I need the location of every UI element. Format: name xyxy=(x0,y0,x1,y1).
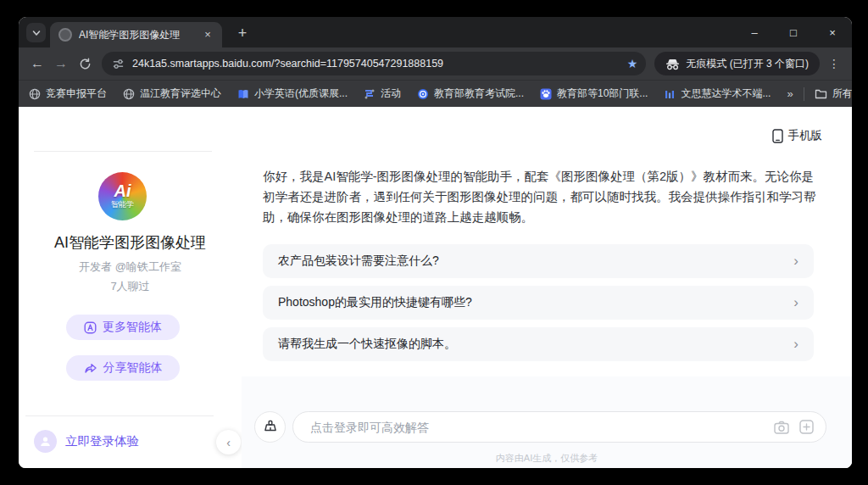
agent-square-icon xyxy=(84,321,97,334)
suggestion-card[interactable]: Photoshop的最实用的快捷键有哪些? › xyxy=(263,286,814,320)
chat-main: 你好，我是AI智能学-图形图像处理的智能助手，配套《图形图像处理（第2版）》教材… xyxy=(242,107,852,468)
bars-icon xyxy=(664,88,676,100)
bookmark-item[interactable]: 教育部教育考试院... xyxy=(417,86,524,101)
camera-icon[interactable] xyxy=(774,421,789,434)
bookmarks-bar: 竞赛申报平台 温江教育评选中心 小学英语(优质课展... 活动 教育部教育考试院… xyxy=(19,80,852,107)
site-settings-icon xyxy=(112,58,125,70)
browser-window: AI智能学图形图像处理 × + – □ × ← → 24k1a5.smartap… xyxy=(19,17,852,468)
book-icon xyxy=(237,88,249,100)
reload-button[interactable] xyxy=(73,52,97,75)
suggestion-text: 请帮我生成一个快速抠像的脚本。 xyxy=(278,337,793,352)
login-link-label: 立即登录体验 xyxy=(65,433,139,449)
bookmark-label: 小学英语(优质课展... xyxy=(254,86,348,101)
minimize-button[interactable]: – xyxy=(735,17,774,47)
incognito-icon xyxy=(665,58,680,70)
sidebar-divider xyxy=(34,151,212,152)
activity-icon xyxy=(364,88,376,100)
badge-circle-icon xyxy=(417,88,429,100)
bookmarks-bar-right: » 所有书签 xyxy=(787,86,852,101)
all-bookmarks-button[interactable]: 所有书签 xyxy=(815,86,852,101)
baidu-paw-icon xyxy=(540,88,552,100)
globe-icon xyxy=(123,88,135,100)
tab-close-icon[interactable]: × xyxy=(200,27,215,42)
back-button[interactable]: ← xyxy=(25,52,49,75)
tab-search-button[interactable] xyxy=(26,23,46,42)
folder-icon xyxy=(815,88,827,99)
desktop-background: AI智能学图形图像处理 × + – □ × ← → 24k1a5.smartap… xyxy=(0,0,868,485)
bookmark-label: 竞赛申报平台 xyxy=(46,86,107,101)
share-icon xyxy=(84,362,97,374)
sidebar-collapse-button[interactable]: ‹ xyxy=(216,430,241,454)
agent-chat-count: 7人聊过 xyxy=(19,279,242,294)
maximize-button[interactable]: □ xyxy=(774,17,813,47)
bookmarks-divider xyxy=(804,87,804,101)
broom-icon xyxy=(263,420,278,435)
window-controls: – □ × xyxy=(735,17,852,47)
suggestion-text: Photoshop的最实用的快捷键有哪些? xyxy=(278,295,793,310)
chevron-right-icon: › xyxy=(793,294,798,311)
chevron-down-icon xyxy=(31,28,42,38)
bookmarks-overflow-button[interactable]: » xyxy=(787,87,793,100)
bookmark-item[interactable]: 小学英语(优质课展... xyxy=(237,86,348,101)
share-agent-button[interactable]: 分享智能体 xyxy=(66,355,180,381)
bookmark-label: 活动 xyxy=(381,86,401,101)
more-agents-label: 更多智能体 xyxy=(103,320,162,335)
user-avatar-icon xyxy=(34,430,57,453)
all-bookmarks-label: 所有书签 xyxy=(832,86,852,101)
bookmark-star-icon[interactable]: ★ xyxy=(627,57,638,70)
suggestion-card[interactable]: 农产品包装设计需要注意什么? › xyxy=(263,244,814,278)
bookmark-label: 温江教育评选中心 xyxy=(140,86,221,101)
page-content: 手机版 Ai 智能学 AI智能学图形图像处理 开发者 @喻铁工作室 7人聊过 更… xyxy=(19,107,852,468)
bookmark-label: 教育部等10部门联... xyxy=(557,86,648,101)
chevron-right-icon: › xyxy=(793,336,798,353)
login-link[interactable]: 立即登录体验 xyxy=(34,430,139,453)
address-bar[interactable]: 24k1a5.smartapps.baidu.com/?searchid=117… xyxy=(102,52,646,75)
avatar-text: Ai xyxy=(114,182,131,199)
tab-strip: AI智能学图形图像处理 × + – □ × xyxy=(19,17,852,47)
agent-developer: 开发者 @喻铁工作室 xyxy=(19,259,242,275)
chevron-right-icon: › xyxy=(793,253,798,270)
suggestion-card[interactable]: 请帮我生成一个快速抠像的脚本。 › xyxy=(263,327,814,361)
bookmark-item[interactable]: 温江教育评选中心 xyxy=(123,86,221,101)
bookmark-item[interactable]: 教育部等10部门联... xyxy=(540,86,648,101)
avatar-subtext: 智能学 xyxy=(111,199,134,210)
agent-greeting: 你好，我是AI智能学-图形图像处理的智能助手，配套《图形图像处理（第2版）》教材… xyxy=(263,166,819,227)
reload-icon xyxy=(79,58,92,70)
bookmark-label: 教育部教育考试院... xyxy=(434,86,524,101)
bookmark-item[interactable]: 竞赛申报平台 xyxy=(29,86,107,101)
chat-input[interactable] xyxy=(310,421,774,434)
bookmark-item[interactable]: 活动 xyxy=(364,86,401,101)
browser-toolbar: ← → 24k1a5.smartapps.baidu.com/?searchid… xyxy=(19,47,852,80)
agent-avatar: Ai 智能学 xyxy=(98,172,147,220)
tab-title: AI智能学图形图像处理 xyxy=(79,28,200,42)
incognito-badge: 无痕模式 (已打开 3 个窗口) xyxy=(654,52,820,75)
globe-icon xyxy=(29,88,41,100)
tab-favicon-icon xyxy=(58,28,72,42)
share-agent-label: 分享智能体 xyxy=(103,360,163,376)
browser-menu-button[interactable]: ⋮ xyxy=(823,52,845,75)
bookmark-item[interactable]: 文思慧达学术不端... xyxy=(664,86,771,101)
add-attachment-icon[interactable] xyxy=(799,420,814,434)
new-tab-button[interactable]: + xyxy=(232,23,253,43)
agent-title: AI智能学图形图像处理 xyxy=(19,232,242,253)
input-icons xyxy=(774,420,814,434)
suggestion-text: 农产品包装设计需要注意什么? xyxy=(278,254,793,269)
bookmark-label: 文思慧达学术不端... xyxy=(681,86,771,101)
clear-chat-button[interactable] xyxy=(254,411,286,443)
forward-button[interactable]: → xyxy=(49,52,73,75)
more-agents-button[interactable]: 更多智能体 xyxy=(66,315,180,340)
close-button[interactable]: × xyxy=(813,17,852,47)
agent-sidebar: Ai 智能学 AI智能学图形图像处理 开发者 @喻铁工作室 7人聊过 更多智能体… xyxy=(19,107,242,468)
ai-disclaimer: 内容由AI生成，仅供参考 xyxy=(242,452,852,465)
incognito-badge-label: 无痕模式 (已打开 3 个窗口) xyxy=(686,57,809,71)
sidebar-divider xyxy=(25,415,214,416)
url-text: 24k1a5.smartapps.baidu.com/?searchid=117… xyxy=(132,58,627,70)
chat-input-container xyxy=(292,411,826,443)
browser-tab[interactable]: AI智能学图形图像处理 × xyxy=(50,22,222,47)
